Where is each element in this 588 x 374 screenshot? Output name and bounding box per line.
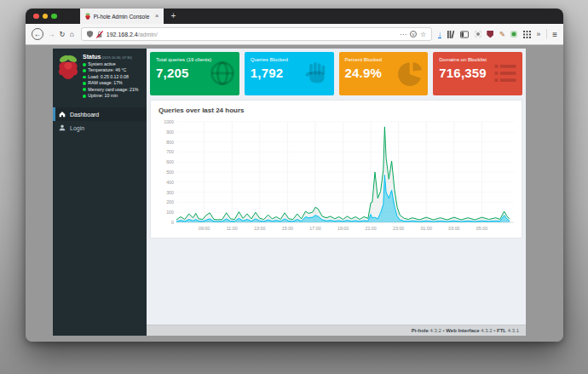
svg-text:09:00: 09:00 [198,226,209,231]
svg-text:200: 200 [166,199,174,204]
page-viewport: Status(2019-10-30, 07:30) System activeT… [26,45,563,342]
overflow-chevron-icon[interactable]: » [536,30,540,38]
back-button[interactable]: ← [32,28,43,40]
svg-text:23:00: 23:00 [393,226,404,231]
zoom-window-button[interactable] [51,14,57,20]
status-list: System activeTemperature: 46 °CLoad: 0.2… [83,61,138,99]
svg-text:900: 900 [166,129,174,135]
privacy-extension-icon[interactable] [510,31,517,37]
forward-button[interactable]: → [48,30,55,38]
status-item: Memory card usage: 21% [83,87,138,93]
browser-tab[interactable]: Pi-hole Admin Console × [80,9,164,24]
url-text[interactable]: 192.168.2.4/admin/ [107,32,396,37]
card-percent-blocked: Percent Blocked 24.9% [339,52,429,95]
downloads-icon[interactable]: ↓ [438,31,441,38]
pihole-dashboard: Status(2019-10-30, 07:30) System activeT… [53,49,526,336]
svg-text:17:00: 17:00 [309,226,320,231]
svg-text:03:00: 03:00 [448,226,459,231]
browser-toolbar: ← → ↻ ⌂ 192.168.2.4/admin/ ⋯ v ☆ ↓ [26,24,563,45]
svg-text:100: 100 [166,210,174,215]
card-domains-blocklist: Domains on Blocklist 716,359 [433,52,522,95]
svg-text:0: 0 [171,220,174,225]
sidebar-item-label: Login [70,125,84,131]
status-info: Status(2019-10-30, 07:30) System activeT… [83,54,138,99]
svg-text:1000: 1000 [164,119,174,124]
svg-text:700: 700 [166,149,174,154]
site-info-shield-icon[interactable] [87,31,93,37]
tab-close-icon[interactable]: × [155,13,159,20]
svg-text:05:00: 05:00 [476,226,487,231]
status-title: Status(2019-10-30, 07:30) [83,54,138,60]
window-controls [26,14,64,20]
home-icon [59,111,66,118]
queries-chart-panel: Queries over last 24 hours 0100200300400… [150,100,522,239]
globe-icon [210,60,235,86]
queries-over-time-chart: 0100200300400500600700800900100009:0011:… [154,117,519,234]
url-path: /admin/ [138,32,158,37]
svg-text:11:00: 11:00 [226,226,237,231]
status-item: Load: 0.25 0.12 0.08 [83,74,138,80]
monitor-extension-icon[interactable] [475,31,481,37]
adblock-shield-icon[interactable] [487,31,493,38]
toolbar-divider [546,29,547,39]
svg-text:300: 300 [166,190,174,195]
reload-button[interactable]: ↻ [60,30,66,38]
svg-text:13:00: 13:00 [254,226,265,231]
status-item: RAM usage: 17% [83,80,138,86]
hand-icon [304,60,330,86]
user-icon [59,124,66,131]
sidebar: Status(2019-10-30, 07:30) System activeT… [53,49,147,336]
hamburger-menu-icon[interactable]: ≡ [552,30,557,39]
status-ok-dot-icon [83,69,86,72]
tab-title: Pi-hole Admin Console [94,14,153,20]
close-window-button[interactable] [33,14,39,20]
highlighter-extension-icon[interactable]: ✎ [499,30,505,38]
status-item: System active [83,61,138,67]
sidebar-menu: Dashboard Login [53,107,147,135]
sidebar-item-login[interactable]: Login [53,121,147,135]
status-panel: Status(2019-10-30, 07:30) System activeT… [53,49,147,103]
status-ok-dot-icon [83,63,86,66]
bookmark-star-icon[interactable]: ☆ [420,31,426,38]
svg-text:800: 800 [166,140,174,145]
status-item: Uptime: 10 min [83,93,138,99]
sidebar-item-label: Dashboard [70,112,99,118]
minimize-window-button[interactable] [43,14,49,20]
page-actions-icon[interactable]: ⋯ [400,31,406,38]
svg-text:500: 500 [166,170,174,175]
raspberry-logo-icon [57,54,79,81]
home-button[interactable]: ⌂ [70,30,74,38]
status-ok-dot-icon [83,82,86,85]
sidebar-toggle-icon[interactable] [460,31,469,38]
status-date: (2019-10-30, 07:30) [101,55,131,60]
svg-text:15:00: 15:00 [281,226,292,231]
summary-cards: Total queries (19 clients) 7,205 Queries… [147,49,526,95]
card-total-queries: Total queries (19 clients) 7,205 [150,52,239,95]
url-bar[interactable]: 192.168.2.4/admin/ ⋯ v ☆ [81,27,432,41]
pie-chart-icon [398,60,424,86]
pocket-icon[interactable]: v [410,31,417,37]
new-tab-button[interactable]: + [171,12,176,20]
status-item: Temperature: 46 °C [83,67,138,73]
chart-title: Queries over last 24 hours [151,101,522,117]
main-content: Total queries (19 clients) 7,205 Queries… [147,49,526,336]
pihole-favicon-icon [84,13,91,20]
library-icon[interactable] [447,31,455,38]
url-host: 192.168.2.4 [107,32,138,37]
status-ok-dot-icon [83,76,86,79]
insecure-lock-icon[interactable] [96,31,103,38]
svg-text:01:00: 01:00 [420,226,431,231]
toolbar-extensions: ↓ ✎ » ≡ [438,29,557,39]
list-icon [493,60,518,86]
status-ok-dot-icon [83,88,86,91]
svg-text:19:00: 19:00 [337,226,348,231]
status-ok-dot-icon [83,95,86,98]
grid-apps-icon[interactable] [523,31,531,38]
sidebar-item-dashboard[interactable]: Dashboard [53,107,147,121]
svg-text:400: 400 [166,180,174,185]
version-footer: Pi-hole 4.3.2 • Web Interface 4.3.2 • FT… [147,325,526,336]
browser-window: Pi-hole Admin Console × + ← → ↻ ⌂ 192.16… [26,9,563,342]
svg-text:21:00: 21:00 [365,226,376,231]
tab-bar: Pi-hole Admin Console × + [26,9,563,24]
svg-text:600: 600 [166,159,174,164]
